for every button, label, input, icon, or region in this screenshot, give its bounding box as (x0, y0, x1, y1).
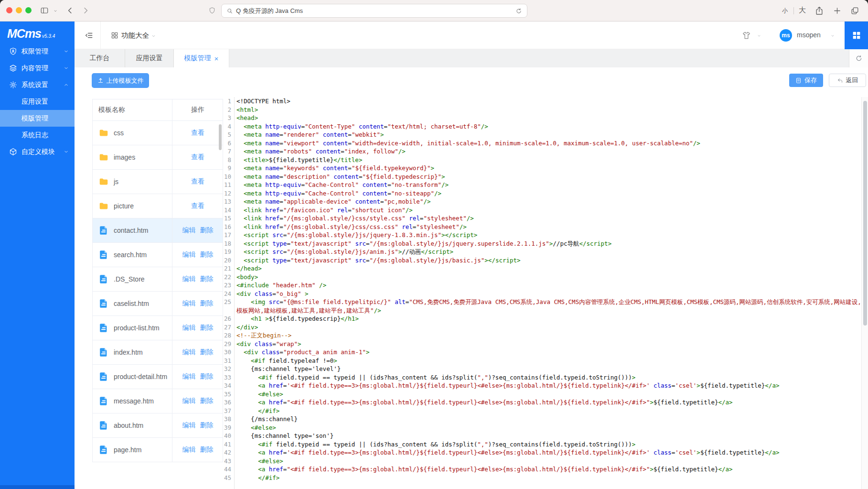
chevron-down-icon[interactable] (151, 34, 156, 38)
code-line[interactable]: 12 <meta http-equiv="Cache-Control" cont… (223, 189, 861, 198)
action-view-link[interactable]: 查看 (191, 129, 204, 137)
code-line[interactable]: 32 {ms:channel type='level'} (223, 365, 861, 373)
code-line[interactable]: 37 </#if> (223, 407, 861, 415)
code-line[interactable]: 44 <a href="<#if field.type==3>{ms:globa… (223, 465, 861, 474)
code-line[interactable]: 35 <#else> (223, 390, 861, 399)
tab-app-settings[interactable]: 应用设置 (125, 49, 174, 67)
action-edit-link[interactable]: 编辑 (182, 275, 196, 283)
code-line[interactable]: 30 <div class="product_a anim anim-1"> (223, 348, 861, 357)
table-row[interactable]: caselist.htm编辑删除 (93, 292, 223, 316)
action-view-link[interactable]: 查看 (191, 177, 204, 186)
table-row[interactable]: search.htm编辑删除 (93, 243, 223, 267)
table-row[interactable]: index.htm编辑删除 (93, 340, 223, 365)
code-line[interactable]: 1<!DOCTYPE html> (223, 97, 861, 106)
upload-template-button[interactable]: 上传模板文件 (92, 73, 149, 88)
sidebar-item-custom-modules[interactable]: 自定义模块 (0, 143, 75, 160)
code-line[interactable]: 4 <meta http-equiv="Content-Type" conten… (223, 122, 861, 131)
browser-forward-button[interactable] (81, 6, 90, 15)
code-line[interactable]: 27</div> (223, 323, 861, 332)
code-line[interactable]: 19 <script src="/{ms:global.style/}js/an… (223, 248, 861, 256)
tab-template-management[interactable]: 模版管理× (174, 49, 229, 67)
code-line[interactable]: 9 <meta name="keywords" content="${field… (223, 164, 861, 173)
sidebar-item-app-settings[interactable]: 应用设置 (0, 93, 75, 110)
action-view-link[interactable]: 查看 (191, 202, 204, 210)
editor-scrollbar[interactable] (861, 97, 868, 489)
action-edit-link[interactable]: 编辑 (182, 397, 196, 405)
sidebar-item-content-management[interactable]: 内容管理 (0, 60, 75, 76)
refresh-tab-button[interactable] (849, 49, 868, 67)
code-line[interactable]: 14 <link href="/favicon.ico" rel="shortc… (223, 206, 861, 215)
code-line[interactable]: 11 <meta http-equiv="Cache-Control" cont… (223, 181, 861, 189)
code-line[interactable]: 23<#include "header.htm" /> (223, 281, 861, 290)
code-line[interactable]: 31 <#if field.typeleaf !=0> (223, 357, 861, 365)
table-row[interactable]: about.htm编辑删除 (93, 413, 223, 438)
table-row[interactable]: product-list.htm编辑删除 (93, 316, 223, 340)
text-smaller-button[interactable]: 小 (782, 7, 788, 15)
action-edit-link[interactable]: 编辑 (182, 299, 196, 308)
sidebar-item-permission-management[interactable]: 权限管理 (0, 43, 75, 60)
table-scrollbar-thumb[interactable] (219, 124, 222, 150)
table-row[interactable]: images查看 (93, 145, 223, 170)
code-line[interactable]: 43 <#else> (223, 457, 861, 466)
editor-scrollbar-thumb[interactable] (863, 101, 867, 326)
username[interactable]: msopen (797, 31, 821, 39)
action-delete-link[interactable]: 删除 (200, 226, 214, 235)
action-delete-link[interactable]: 删除 (200, 324, 214, 332)
action-edit-link[interactable]: 编辑 (182, 421, 196, 430)
avatar[interactable]: ms (780, 29, 792, 42)
code-line[interactable]: 3<head> (223, 114, 861, 122)
code-line[interactable]: 25 <img src="{@ms:file field.typelitpic/… (223, 298, 861, 315)
tab-overview-icon[interactable] (850, 6, 859, 15)
new-tab-icon[interactable] (833, 7, 841, 15)
apps-grid-icon[interactable] (111, 32, 118, 39)
back-button[interactable]: 返回 (829, 74, 866, 87)
table-row[interactable]: picture查看 (93, 194, 223, 218)
action-delete-link[interactable]: 删除 (200, 446, 214, 454)
action-delete-link[interactable]: 删除 (200, 372, 214, 381)
reload-icon[interactable] (515, 8, 522, 14)
action-delete-link[interactable]: 删除 (200, 250, 214, 259)
table-row[interactable]: contact.htm编辑删除 (93, 218, 223, 243)
share-icon[interactable] (814, 6, 824, 16)
chevron-down-icon[interactable] (830, 34, 835, 38)
code-line[interactable]: 5 <meta name="renderer" content="webkit"… (223, 130, 861, 139)
table-row[interactable]: .DS_Store编辑删除 (93, 267, 223, 292)
tab-workbench[interactable]: 工作台 (75, 49, 125, 67)
code-line[interactable]: 15 <link href="/{ms:global.style/}css/st… (223, 214, 861, 223)
apps-launcher-button[interactable] (845, 22, 868, 49)
code-line[interactable]: 24<div class="o_big" > (223, 290, 861, 298)
sidebar-toggle-icon[interactable] (40, 6, 49, 15)
close-window-button[interactable] (6, 7, 12, 13)
code-line[interactable]: 39 <#else> (223, 424, 861, 432)
action-view-link[interactable]: 查看 (191, 153, 204, 162)
action-edit-link[interactable]: 编辑 (182, 372, 196, 381)
sidebar-item-template-management[interactable]: 模版管理 (0, 110, 75, 127)
code-line[interactable]: 41 <#if field.typeid == typeid || (ids?h… (223, 440, 861, 449)
maximize-window-button[interactable] (25, 7, 32, 13)
code-line[interactable]: 38 {/ms:channel} (223, 415, 861, 424)
code-line[interactable]: 17 <script src="/{ms:global.style/}js/jq… (223, 231, 861, 239)
table-row[interactable]: js查看 (93, 170, 223, 194)
feature-menu-label[interactable]: 功能大全 (121, 31, 149, 40)
code-line[interactable]: 13 <meta name="applicable-device" conten… (223, 197, 861, 206)
code-line[interactable]: 20 <script type="text/javascript" src="/… (223, 256, 861, 265)
action-edit-link[interactable]: 编辑 (182, 250, 196, 259)
sidebar-item-system-settings[interactable]: 系统设置 (0, 76, 75, 93)
code-line[interactable]: 7 <meta name="robots" content="index, fo… (223, 147, 861, 156)
action-delete-link[interactable]: 删除 (200, 348, 214, 357)
code-line[interactable]: 33 <#if field.typeid == typeid || (ids?h… (223, 373, 861, 382)
code-line[interactable]: 18 <script type="text/javascript" src="/… (223, 239, 861, 248)
chevron-down-icon[interactable] (757, 34, 761, 38)
code-line[interactable]: 8 <title>${field.typetitle}</title> (223, 156, 861, 164)
code-editor[interactable]: 1<!DOCTYPE html>2<html>3<head>4 <meta ht… (223, 97, 861, 489)
action-delete-link[interactable]: 删除 (200, 421, 214, 430)
menu-fold-icon[interactable] (85, 31, 93, 40)
action-delete-link[interactable]: 删除 (200, 397, 214, 405)
table-row[interactable]: css查看 (93, 121, 223, 145)
code-line[interactable]: 16 <link href="/{ms:global.style/}css/cs… (223, 223, 861, 231)
code-line[interactable]: 42 <a href='<#if field.type==3>{ms:globa… (223, 448, 861, 457)
table-row[interactable]: message.htm编辑删除 (93, 389, 223, 413)
action-edit-link[interactable]: 编辑 (182, 324, 196, 332)
close-tab-icon[interactable]: × (214, 55, 219, 62)
chevron-down-icon[interactable] (53, 9, 58, 13)
